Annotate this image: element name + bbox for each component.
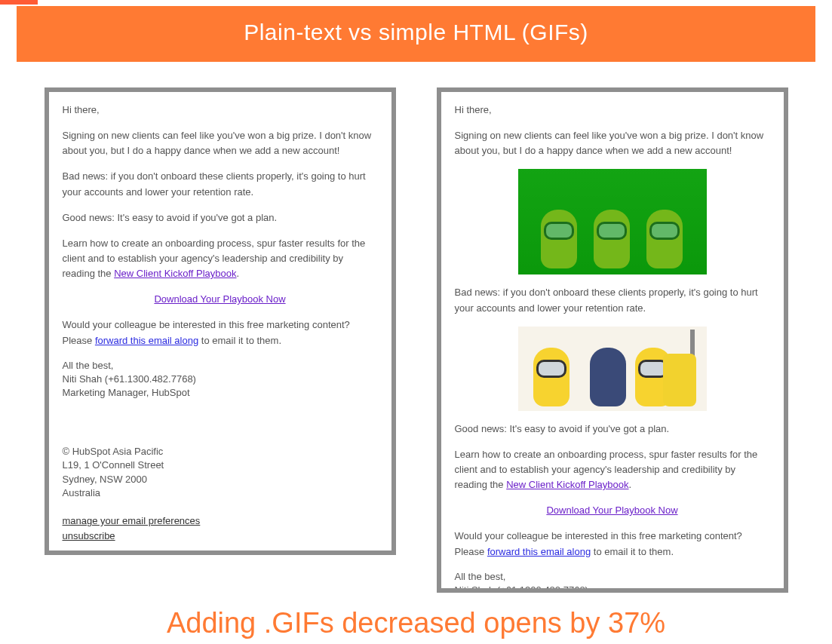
- footer-line-2: L19, 1 O'Connell Street: [63, 458, 378, 472]
- manage-preferences-link[interactable]: manage your email preferences: [63, 515, 201, 526]
- signature-block: All the best, Niti Shah (+61.1300.482.77…: [455, 570, 770, 593]
- signature-block: All the best, Niti Shah (+61.1300.482.77…: [63, 359, 378, 400]
- slide-title: Plain-text vs simple HTML (GIFs): [17, 6, 815, 62]
- greeting: Hi there,: [455, 103, 770, 118]
- minions-alarm-gif: [518, 327, 707, 411]
- para-3: Good news: It's easy to avoid if you've …: [455, 422, 770, 437]
- unsubscribe-link[interactable]: unsubscribe: [63, 530, 115, 541]
- sig-line-1: All the best,: [63, 359, 378, 373]
- plaintext-email-panel: Hi there, Signing on new clients can fee…: [45, 87, 396, 555]
- para-1: Signing on new clients can feel like you…: [63, 128, 378, 158]
- forward-email-link[interactable]: forward this email along: [95, 335, 198, 346]
- sig-line-2: Niti Shah (+61.1300.482.7768): [63, 373, 378, 386]
- result-caption: Adding .GIFs decreased opens by 37%: [0, 607, 832, 639]
- para-5: Would your colleague be interested in th…: [63, 317, 378, 348]
- accent-strip: [0, 0, 38, 5]
- para-5-tail: to email it to them.: [591, 546, 674, 557]
- download-playbook-link[interactable]: Download Your Playbook Now: [154, 293, 285, 305]
- sig-line-1: All the best,: [455, 570, 770, 584]
- html-email-panel: Hi there, Signing on new clients can fee…: [437, 87, 788, 593]
- download-cta-row: Download Your Playbook Now: [63, 292, 378, 307]
- para-1: Signing on new clients can feel like you…: [455, 128, 770, 158]
- para-4: Learn how to create an onboarding proces…: [63, 236, 378, 281]
- footer-line-1: © HubSpot Asia Pacific: [63, 445, 378, 458]
- para-4-tail: .: [629, 479, 632, 490]
- footer-line-3: Sydney, NSW 2000: [63, 473, 378, 486]
- prefs-block: manage your email preferences unsubscrib…: [63, 514, 378, 543]
- sig-line-3: Marketing Manager, HubSpot: [63, 386, 378, 400]
- comparison-row: Hi there, Signing on new clients can fee…: [0, 87, 832, 593]
- para-5: Would your colleague be interested in th…: [455, 529, 770, 559]
- download-cta-row: Download Your Playbook Now: [455, 503, 770, 518]
- kickoff-playbook-link[interactable]: New Client Kickoff Playbook: [506, 479, 628, 490]
- para-4-tail: .: [237, 268, 240, 279]
- para-4: Learn how to create an onboarding proces…: [455, 447, 770, 492]
- para-2: Bad news: if you don't onboard these cli…: [455, 285, 770, 315]
- sig-line-2: Niti Shah (+61.1300.482.7768): [455, 584, 770, 593]
- address-block: © HubSpot Asia Pacific L19, 1 O'Connell …: [63, 445, 378, 500]
- kickoff-playbook-link[interactable]: New Client Kickoff Playbook: [114, 268, 236, 279]
- footer-line-4: Australia: [63, 486, 378, 500]
- para-3: Good news: It's easy to avoid if you've …: [63, 210, 378, 225]
- greeting: Hi there,: [63, 103, 378, 118]
- minions-cheering-gif: [518, 169, 707, 274]
- para-5-tail: to email it to them.: [198, 335, 281, 346]
- download-playbook-link[interactable]: Download Your Playbook Now: [546, 504, 677, 516]
- para-2: Bad news: if you don't onboard these cli…: [63, 169, 378, 199]
- forward-email-link[interactable]: forward this email along: [487, 546, 591, 557]
